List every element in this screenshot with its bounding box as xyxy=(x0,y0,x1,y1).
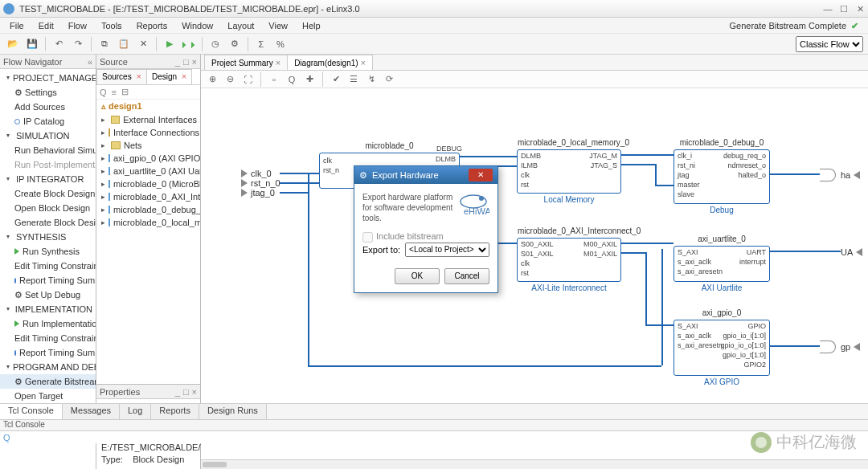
expand-icon[interactable]: ≡ xyxy=(112,88,117,97)
nav-item[interactable]: ⚙ Settings xyxy=(0,85,96,100)
tree-item[interactable]: ▸External Interfaces xyxy=(96,113,200,126)
search-icon[interactable]: Q xyxy=(100,88,107,97)
nav-item[interactable]: Run Synthesis xyxy=(0,244,96,259)
zoom-in-icon[interactable]: ⊕ xyxy=(206,73,219,86)
tree-item[interactable]: ▸microblade_0_local_memory_0 xyxy=(96,216,200,229)
nav-item[interactable]: Add Sources xyxy=(0,100,96,114)
nav-item[interactable]: IP Catalog xyxy=(0,114,96,128)
include-bitstream-checkbox[interactable]: Include bitstream xyxy=(362,232,444,241)
run-button[interactable]: ▶ xyxy=(162,36,178,52)
block-uartlite[interactable]: axi_uartlite_0 AXI Uartlite S_AXI s_axi_… xyxy=(674,246,770,282)
redo-button[interactable]: ↷ xyxy=(70,36,86,52)
maximize-button[interactable]: ☐ xyxy=(839,4,849,14)
nav-item[interactable]: Generate Block Design xyxy=(0,215,96,230)
bottom-tab[interactable]: Log xyxy=(120,404,151,419)
bottom-tab[interactable]: Reports xyxy=(151,404,199,419)
nav-group[interactable]: ▾SYNTHESIS xyxy=(0,230,96,244)
nav-group[interactable]: ▾SIMULATION xyxy=(0,128,96,143)
refresh-icon[interactable]: ⟳ xyxy=(383,73,395,86)
menu-flow[interactable]: Flow xyxy=(62,19,93,32)
nav-item[interactable]: Report Timing Summary xyxy=(0,273,96,288)
tcl-search-icon[interactable]: Q xyxy=(3,433,10,442)
tree-item[interactable]: ▸microblade_0_AXI_Interconnect_... xyxy=(96,190,200,203)
nav-item[interactable]: Edit Timing Constraints xyxy=(0,331,96,345)
nav-item[interactable]: Edit Timing Constraints xyxy=(0,259,96,273)
nav-item[interactable]: Report Timing Summary xyxy=(0,345,96,360)
canvas-h-scrollbar[interactable] xyxy=(201,459,868,469)
add-icon[interactable]: ✚ xyxy=(303,73,316,86)
sigma-icon[interactable]: Σ xyxy=(253,36,269,52)
nav-group[interactable]: ▾PROJECT_MANAGER xyxy=(0,71,96,85)
cancel-button[interactable]: Cancel xyxy=(444,268,489,284)
nav-item[interactable]: Create Block Design xyxy=(0,186,96,201)
run-all-button[interactable]: ⏵⏵ xyxy=(181,36,197,52)
pan-icon[interactable]: Q xyxy=(285,73,298,86)
menu-edit[interactable]: Edit xyxy=(32,19,60,32)
nav-group[interactable]: ▾PROGRAM AND DEBUG xyxy=(0,360,96,374)
tree-item[interactable]: ▸microblade_0 (MicroBlade) xyxy=(96,177,200,190)
nav-item[interactable]: Open Block Design xyxy=(0,201,96,215)
editor-tab[interactable]: Diagram(design1) × xyxy=(287,55,373,70)
bottom-tab[interactable]: Tcl Console xyxy=(0,404,63,419)
route-icon[interactable]: ↯ xyxy=(365,73,378,86)
undo-button[interactable]: ↶ xyxy=(51,36,67,52)
ok-button[interactable]: OK xyxy=(395,268,440,284)
flow-mode-select[interactable]: Classic Flow xyxy=(796,36,863,52)
nav-group[interactable]: ▾IMPLEMENTATION xyxy=(0,302,96,316)
zoom-fit-icon[interactable]: ⛶ xyxy=(241,73,254,86)
menu-view[interactable]: View xyxy=(262,19,294,32)
nav-item[interactable]: Open Target xyxy=(0,389,96,403)
block-axi-interconnect[interactable]: microblade_0_AXI_Interconnect_0 AXI-Lite… xyxy=(517,238,621,282)
dialog-close-button[interactable]: ✕ xyxy=(469,169,493,181)
ext-port-ha[interactable]: ha xyxy=(841,170,860,180)
ext-port-gp[interactable]: gp xyxy=(841,342,860,352)
open-button[interactable]: 📂 xyxy=(5,36,21,52)
save-button[interactable]: 💾 xyxy=(24,36,40,52)
tree-item[interactable]: ▸axi_uartlite_0 (AXI Uartlite) xyxy=(96,165,200,177)
collapse-icon[interactable]: « xyxy=(88,57,92,67)
menu-help[interactable]: Help xyxy=(296,19,327,32)
tree-root[interactable]: ▵ design1 xyxy=(96,100,200,113)
copy-button[interactable]: ⧉ xyxy=(96,36,113,52)
timer-icon[interactable]: ◷ xyxy=(207,36,223,52)
block-gpio[interactable]: axi_gpio_0 AXI GPIO S_AXI s_axi_aclk s_a… xyxy=(674,320,770,376)
export-to-select[interactable]: <Local to Project> xyxy=(405,243,489,257)
menu-layout[interactable]: Layout xyxy=(221,19,260,32)
ext-port-jtag[interactable]: jtag_0 xyxy=(241,188,275,198)
tree-item[interactable]: ▸Nets xyxy=(96,139,200,152)
minimize-button[interactable]: — xyxy=(823,4,833,14)
sources-tab[interactable]: Sources × xyxy=(96,69,147,84)
zoom-out-icon[interactable]: ⊖ xyxy=(223,73,236,86)
nav-item[interactable]: ⚙ Generate Bitstream xyxy=(0,374,96,389)
bottom-tab[interactable]: Messages xyxy=(63,404,120,419)
nav-item[interactable]: ⚙ Set Up Debug xyxy=(0,288,96,302)
nav-item[interactable]: Run Post-Implementation Si... xyxy=(0,157,96,172)
menu-reports[interactable]: Reports xyxy=(130,19,174,32)
settings-icon[interactable]: ⚙ xyxy=(227,36,243,52)
delete-button[interactable]: ✕ xyxy=(135,36,151,52)
block-debug[interactable]: microblade_0_debug_0 Debug clk_i rst_ni … xyxy=(674,149,770,204)
paste-button[interactable]: 📋 xyxy=(116,36,132,52)
tree-item[interactable]: ▸microblade_0_debug_0 (Debug... xyxy=(96,203,200,216)
nav-item[interactable]: Run Implementation xyxy=(0,316,96,331)
block-local-memory[interactable]: microblade_0_local_memory_0 Local Memory… xyxy=(517,149,621,194)
ext-port-ua[interactable]: UA xyxy=(841,247,862,257)
bottom-tab[interactable]: Design Runs xyxy=(199,404,267,419)
collapse-all-icon[interactable]: ⊟ xyxy=(121,87,129,97)
tcl-input[interactable] xyxy=(14,433,865,442)
close-window-button[interactable]: ✕ xyxy=(855,4,865,14)
menu-window[interactable]: Window xyxy=(175,19,219,32)
select-icon[interactable]: ▫ xyxy=(268,73,280,86)
validate-icon[interactable]: ✔ xyxy=(330,73,342,86)
menu-file[interactable]: File xyxy=(3,19,31,32)
tree-item[interactable]: ▸Interface Connections xyxy=(96,126,200,139)
editor-tab[interactable]: Project Summary × xyxy=(204,55,288,70)
menu-tools[interactable]: Tools xyxy=(95,19,129,32)
layout-icon[interactable]: ☰ xyxy=(347,73,360,86)
tree-item[interactable]: ▸axi_gpio_0 (AXI GPIO) xyxy=(96,152,200,165)
nav-group[interactable]: ▾IP INTEGRATOR xyxy=(0,172,96,186)
ext-port-clk[interactable]: clk_0 xyxy=(241,169,272,178)
percent-icon[interactable]: % xyxy=(272,36,289,52)
ext-port-rst[interactable]: rst_n_0 xyxy=(241,178,280,188)
nav-item[interactable]: Run Behavioral Simulation xyxy=(0,143,96,157)
